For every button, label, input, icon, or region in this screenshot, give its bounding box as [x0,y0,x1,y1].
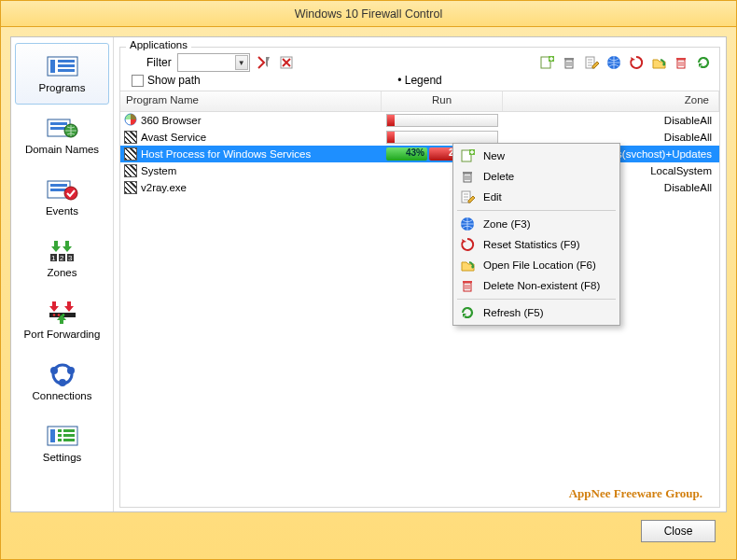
run-meter [386,131,498,144]
menu-separator [457,299,616,300]
sidebar-item-programs[interactable]: Programs [15,43,109,105]
edit-icon[interactable] [583,54,600,71]
svg-rect-3 [58,64,75,67]
sidebar-item-port-forwarding[interactable]: Port Forwarding [15,289,109,351]
program-name: 360 Browser [141,115,202,126]
svg-text:3: 3 [68,254,73,262]
table-row[interactable]: v2ray.exe DisableAll [120,179,719,196]
svg-rect-32 [63,434,75,437]
sidebar-item-settings[interactable]: Settings [15,413,109,474]
remove-filter-icon[interactable] [278,54,295,71]
show-path-checkbox[interactable] [132,75,144,87]
sidebar-item-label: Programs [39,82,86,93]
trash-icon [459,168,476,185]
svg-rect-48 [463,172,472,174]
titlebar: Windows 10 Firewall Control [1,1,736,27]
table-header: Program Name Run Zone [120,91,719,112]
menu-reset-stats[interactable]: Reset Statistics (F9) [455,234,618,255]
programs-icon [46,54,79,78]
menu-refresh[interactable]: Refresh (F5) [455,302,618,323]
table-row[interactable]: Avast Service DisableAll [120,129,719,146]
program-name: Avast Service [141,132,206,143]
sidebar-item-events[interactable]: Events [15,166,109,228]
menu-edit[interactable]: Edit [455,187,618,207]
dialog-footer: Close [10,512,727,550]
table-row[interactable]: 360 Browser DisableAll [120,112,719,129]
svg-point-25 [67,367,75,374]
svg-rect-52 [463,281,472,283]
svg-point-24 [50,367,58,374]
chevron-down-icon[interactable]: ▼ [235,55,248,70]
filter-label: Filter [146,56,172,69]
svg-point-20 [52,314,55,316]
menu-delete[interactable]: Delete [455,166,618,187]
program-name: System [141,165,176,176]
settings-icon [46,424,79,448]
run-meter [386,114,498,127]
events-icon [46,177,79,202]
watermark: AppNee Freeware Group. [569,486,702,501]
globe-icon[interactable] [605,54,622,71]
svg-rect-10 [50,184,67,187]
trash-icon[interactable] [561,54,577,71]
filter-toolbar: Filter ▼ [120,48,719,74]
applications-group: Applications Filter ▼ [119,47,720,508]
svg-rect-1 [50,60,55,73]
sidebar-item-label: Zones [48,267,77,278]
legend-label[interactable]: • Legend [397,74,442,87]
col-zone[interactable]: Zone [503,91,719,111]
svg-rect-31 [58,434,62,437]
refresh-icon[interactable] [695,54,712,71]
svg-rect-43 [676,58,686,60]
svg-rect-28 [50,429,55,442]
domain-names-icon [46,116,79,140]
folder-icon [459,257,476,273]
table-row-selected[interactable]: Host Process for Windows Services 43%24%… [120,146,719,162]
svg-point-12 [64,187,77,200]
sidebar-item-label: Port Forwarding [24,329,101,340]
zone-value: DisableAll [503,132,719,143]
zones-icon: 123 [46,239,79,263]
close-button[interactable]: Close [641,520,716,542]
globe-icon [459,216,476,232]
sidebar-item-label: Connections [33,390,92,401]
menu-delete-nonexistent[interactable]: Delete Non-existent (F8) [455,275,618,296]
clear-filter-icon[interactable] [256,54,272,71]
sidebar-item-zones[interactable]: 123 Zones [15,228,109,289]
port-forwarding-icon [46,301,79,325]
toolbar-right [538,54,712,71]
svg-rect-6 [50,122,67,125]
svg-rect-4 [58,69,75,72]
sidebar-item-domain-names[interactable]: Domain Names [15,105,109,166]
program-icon [124,181,137,194]
folder-icon[interactable] [650,54,667,71]
menu-open-location[interactable]: Open File Location (F6) [455,255,618,275]
svg-rect-33 [58,439,62,441]
menu-zone[interactable]: Zone (F3) [455,214,618,234]
program-name: Host Process for Windows Services [141,148,311,160]
svg-rect-39 [564,58,574,60]
svg-point-21 [57,314,60,316]
sidebar-item-label: Domain Names [25,144,99,155]
svg-rect-2 [58,60,75,63]
svg-text:2: 2 [60,254,64,262]
window-chrome: Programs Domain Names Events 123 [1,27,736,559]
trash-red-icon[interactable] [673,54,689,71]
showpath-row: Show path • Legend [120,74,719,91]
sidebar-item-label: Events [46,205,78,217]
col-program-name[interactable]: Program Name [120,91,382,111]
menu-new[interactable]: New [455,146,618,166]
reset-icon[interactable] [628,54,645,71]
connections-icon [46,362,79,386]
svg-rect-29 [58,429,62,432]
program-icon [124,164,137,177]
main-panel: Applications Filter ▼ [114,37,726,511]
program-name: v2ray.exe [141,182,187,193]
edit-icon [459,189,476,205]
table-row[interactable]: System LocalSystem [120,162,719,179]
trash-red-icon [459,277,476,294]
app-window: Windows 10 Firewall Control Programs Dom… [0,0,737,560]
col-run[interactable]: Run [382,91,503,111]
sidebar-item-connections[interactable]: Connections [15,351,109,413]
new-icon[interactable] [538,54,555,71]
